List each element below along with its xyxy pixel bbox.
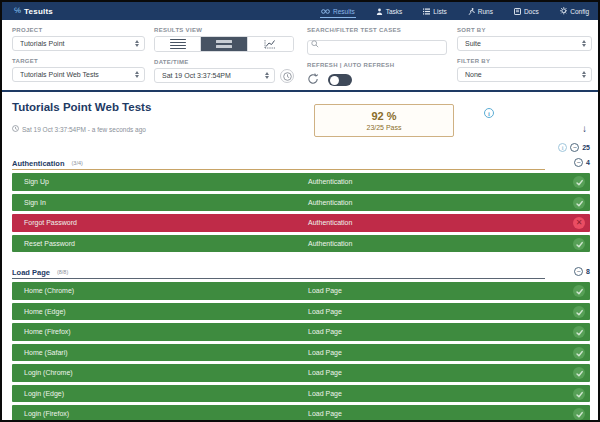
results-timestamp-text: Sat 19 Oct 3:37:54PM - a few seconds ago — [22, 126, 146, 133]
case-name: Home (Chrome) — [12, 287, 74, 294]
brand-logo[interactable]: ℅ Tesults — [14, 7, 53, 16]
nav-item-results[interactable]: Results — [320, 5, 356, 18]
case-name: Login (Edge) — [12, 390, 64, 397]
book-icon — [514, 8, 521, 15]
case-suite: Load Page — [308, 369, 342, 376]
toolbar-col-sort-filter: SORT BY Suite FILTER BY None — [457, 20, 592, 82]
person-icon — [376, 8, 383, 15]
search-label: SEARCH/FILTER TEST CASES — [307, 27, 447, 33]
toolbar: PROJECT Tutorials Point TARGET Tutorials… — [2, 20, 598, 90]
select-arrows-icon — [582, 71, 586, 78]
nav-item-lists[interactable]: Lists — [422, 5, 447, 18]
status-icon: ✕ — [573, 176, 585, 188]
check-icon — [575, 303, 584, 321]
check-icon — [575, 173, 584, 191]
check-icon — [575, 323, 584, 341]
project-label: PROJECT — [12, 27, 145, 33]
download-arrow-icon[interactable]: ↓ — [582, 124, 587, 134]
results-target-title: Tutorials Point Web Tests — [12, 101, 151, 113]
suite-header: Authentication (3/4) − 4 — [12, 157, 590, 170]
collapse-suite-icon[interactable]: − — [574, 267, 583, 276]
case-name: Sign Up — [12, 178, 49, 185]
collapse-all-icon[interactable]: − — [570, 143, 579, 152]
search-wrap — [307, 36, 447, 55]
check-icon — [575, 344, 584, 362]
test-case-row[interactable]: Forgot Password Authentication ✕ — [12, 214, 590, 232]
toggle-knob — [330, 76, 339, 85]
pass-percent: 92 % — [371, 111, 396, 122]
case-name: Home (Firefox) — [12, 328, 71, 335]
clock-icon — [283, 67, 292, 85]
test-case-row[interactable]: Home (Safari) Load Page ✕ — [12, 344, 590, 362]
target-select[interactable]: Tutorials Point Web Tests — [12, 67, 145, 82]
check-icon — [575, 282, 584, 300]
status-icon: ✕ — [573, 285, 585, 297]
list-icon — [423, 8, 430, 15]
suite-case-count: 8 — [586, 268, 590, 275]
suite-controls: − 4 — [574, 158, 590, 167]
cross-icon: ✕ — [576, 219, 583, 227]
chart-icon — [264, 36, 276, 52]
results-view-segmented-control — [154, 36, 294, 52]
filter-by-label: FILTER BY — [457, 58, 592, 64]
suite-section: Load Page (8/8) − 8 Home (Chrome) Load P… — [12, 266, 590, 422]
status-icon: ✕ — [573, 326, 585, 338]
clock-icon — [12, 125, 19, 133]
test-case-row[interactable]: Home (Firefox) Load Page ✕ — [12, 323, 590, 341]
nav-item-tasks[interactable]: Tasks — [375, 5, 404, 18]
status-icon: ✕ — [573, 306, 585, 318]
status-icon: ✕ — [573, 197, 585, 209]
test-case-row[interactable]: Home (Edge) Load Page ✕ — [12, 303, 590, 321]
results-view-grouped-button[interactable] — [201, 37, 247, 51]
suite-ratio: (8/8) — [57, 269, 68, 276]
nav-item-label: Docs — [524, 8, 539, 15]
suite-ratio: (3/4) — [72, 160, 83, 167]
status-icon: ✕ — [573, 238, 585, 250]
top-navbar: ℅ Tesults Results Tasks Lists Runs Docs … — [2, 2, 598, 20]
info-icon[interactable]: i — [484, 108, 494, 118]
project-select[interactable]: Tutorials Point — [12, 36, 145, 51]
search-input[interactable] — [307, 40, 447, 55]
results-view-chart-button[interactable] — [248, 37, 293, 51]
case-suite: Load Page — [308, 308, 342, 315]
test-case-row[interactable]: Sign In Authentication ✕ — [12, 194, 590, 212]
target-select-value: Tutorials Point Web Tests — [20, 71, 135, 78]
suites: Authentication (3/4) − 4 Sign Up Authent… — [12, 157, 590, 422]
results-view-dense-button[interactable] — [155, 37, 201, 51]
results-timestamp: Sat 19 Oct 3:37:54PM - a few seconds ago — [12, 125, 146, 133]
datetime-select[interactable]: Sat 19 Oct 3:37:54PM — [154, 68, 275, 83]
refresh-icon[interactable] — [307, 71, 319, 89]
suite-name: Authentication — [12, 160, 65, 168]
tesults-results-page: { "brand": { "name": "Tesults", "logo_ic… — [0, 0, 600, 422]
nav-item-runs[interactable]: Runs — [467, 5, 494, 18]
case-suite: Authentication — [308, 199, 352, 206]
suite-section: Authentication (3/4) − 4 Sign Up Authent… — [12, 157, 590, 252]
case-suite: Authentication — [308, 178, 352, 185]
test-case-row[interactable]: Login (Edge) Load Page ✕ — [12, 385, 590, 403]
pass-ratio: 23/25 Pass — [366, 124, 401, 131]
info-icon[interactable]: i — [558, 143, 567, 152]
status-icon: ✕ — [573, 217, 585, 229]
test-case-row[interactable]: Reset Password Authentication ✕ — [12, 235, 590, 253]
check-icon — [575, 364, 584, 382]
total-case-count: 25 — [582, 144, 590, 151]
test-case-row[interactable]: Home (Chrome) Load Page ✕ — [12, 282, 590, 300]
filter-by-select[interactable]: None — [457, 67, 592, 82]
clock-button[interactable] — [280, 69, 294, 83]
case-name: Login (Chrome) — [12, 369, 73, 376]
collapse-suite-icon[interactable]: − — [574, 158, 583, 167]
case-name: Sign In — [12, 199, 46, 206]
nav-item-label: Tasks — [386, 8, 403, 15]
check-icon — [575, 194, 584, 212]
test-case-row[interactable]: Sign Up Authentication ✕ — [12, 173, 590, 191]
status-icon: ✕ — [573, 408, 585, 420]
auto-refresh-toggle[interactable] — [328, 74, 352, 86]
sort-by-select[interactable]: Suite — [457, 36, 592, 51]
test-case-row[interactable]: Login (Chrome) Load Page ✕ — [12, 364, 590, 382]
test-case-row[interactable]: Login (Firefox) Load Page ✕ — [12, 405, 590, 422]
nav-item-docs[interactable]: Docs — [513, 5, 540, 18]
suite-name: Load Page — [12, 269, 50, 277]
nav-item-config[interactable]: Config — [559, 4, 590, 18]
toolbar-col-view-datetime: RESULTS VIEW DATE/TIME Sat 19 Oct 3:37:5… — [154, 20, 294, 83]
list-grouped-icon — [216, 40, 232, 48]
